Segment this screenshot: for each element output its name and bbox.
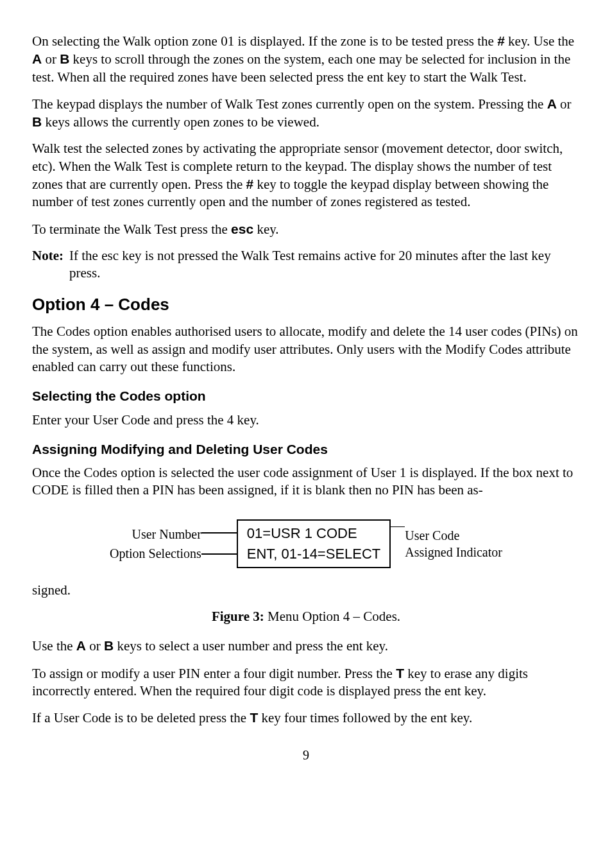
- page-number: 9: [32, 747, 580, 763]
- note-text: If the esc key is not pressed the Walk T…: [69, 247, 580, 282]
- figure-title: Menu Option 4 – Codes.: [264, 609, 400, 624]
- text: or: [557, 96, 572, 112]
- figure-left-labels: User Number Option Selections: [110, 525, 201, 563]
- figure-caption: Figure 3: Menu Option 4 – Codes.: [32, 608, 580, 625]
- label-assigned-indicator: Assigned Indicator: [405, 544, 502, 560]
- lcd-line-1: 01=USR 1 CODE: [247, 523, 380, 544]
- line-icon: [201, 532, 237, 534]
- paragraph-assign-pin: To assign or modify a user PIN enter a f…: [32, 664, 580, 700]
- note-label: Note:: [32, 247, 69, 282]
- paragraph-codes-intro: The Codes option enables authorised user…: [32, 323, 580, 376]
- figure-right-labels: User Code Assigned Indicator: [405, 527, 502, 560]
- figure-3: User Number Option Selections 01=USR 1 C…: [32, 519, 580, 569]
- key-a: A: [547, 96, 557, 111]
- key-a: A: [76, 638, 86, 653]
- text: On selecting the Walk option zone 01 is …: [32, 33, 497, 49]
- connector-left: [201, 523, 237, 565]
- text: key four times followed by the ent key.: [258, 710, 472, 725]
- label-user-code: User Code: [405, 527, 502, 544]
- key-hash: #: [497, 33, 505, 48]
- paragraph-delete-code: If a User Code is to be deleted press th…: [32, 709, 580, 727]
- text: key. Use the: [505, 33, 574, 49]
- text: To terminate the Walk Test press the: [32, 221, 231, 237]
- paragraph-enter-code: Enter your User Code and press the 4 key…: [32, 412, 580, 429]
- paragraph-select-user: Use the A or B keys to select a user num…: [32, 637, 580, 655]
- text: To assign or modify a user PIN enter a f…: [32, 666, 396, 681]
- key-b: B: [60, 51, 69, 66]
- lcd-line-2: ENT, 01-14=SELECT: [247, 544, 380, 564]
- paragraph-signed: signed.: [32, 582, 580, 599]
- label-option-selections: Option Selections: [110, 544, 201, 563]
- key-esc: esc: [231, 221, 253, 236]
- paragraph-codes-selected: Once the Codes option is selected the us…: [32, 464, 580, 499]
- key-a: A: [32, 51, 42, 66]
- key-hash: #: [246, 177, 254, 191]
- line-icon: [201, 553, 237, 555]
- heading-assign-codes: Assigning Modifying and Deleting User Co…: [32, 440, 580, 458]
- connector-right: [391, 519, 405, 569]
- key-b: B: [104, 638, 114, 653]
- text: If a User Code is to be deleted press th…: [32, 710, 250, 725]
- text: or: [86, 638, 104, 654]
- label-user-number: User Number: [110, 525, 201, 544]
- text: The keypad displays the number of Walk T…: [32, 96, 547, 112]
- line-icon: [391, 526, 405, 528]
- paragraph-terminate: To terminate the Walk Test press the esc…: [32, 220, 580, 238]
- text: keys allows the currently open zones to …: [42, 114, 319, 130]
- heading-option-4: Option 4 – Codes: [32, 294, 580, 316]
- heading-selecting-codes: Selecting the Codes option: [32, 387, 580, 404]
- note-block: Note: If the esc key is not pressed the …: [32, 247, 580, 282]
- text: key.: [253, 221, 278, 237]
- paragraph-walk-test: Walk test the selected zones by activati…: [32, 140, 580, 211]
- text: Use the: [32, 638, 76, 654]
- key-star-icon: T: [396, 666, 404, 681]
- paragraph-keypad-open: The keypad displays the number of Walk T…: [32, 95, 580, 132]
- text: or: [42, 51, 60, 67]
- key-b: B: [32, 114, 42, 129]
- text: keys to scroll through the zones on the …: [32, 51, 570, 84]
- text: keys to select a user number and press t…: [114, 638, 388, 654]
- lcd-display: 01=USR 1 CODE ENT, 01-14=SELECT: [237, 519, 391, 568]
- figure-number: Figure 3:: [212, 609, 264, 624]
- figure-inner: User Number Option Selections 01=USR 1 C…: [110, 519, 502, 569]
- key-star-icon: T: [250, 710, 258, 725]
- paragraph-walk-select: On selecting the Walk option zone 01 is …: [32, 32, 580, 86]
